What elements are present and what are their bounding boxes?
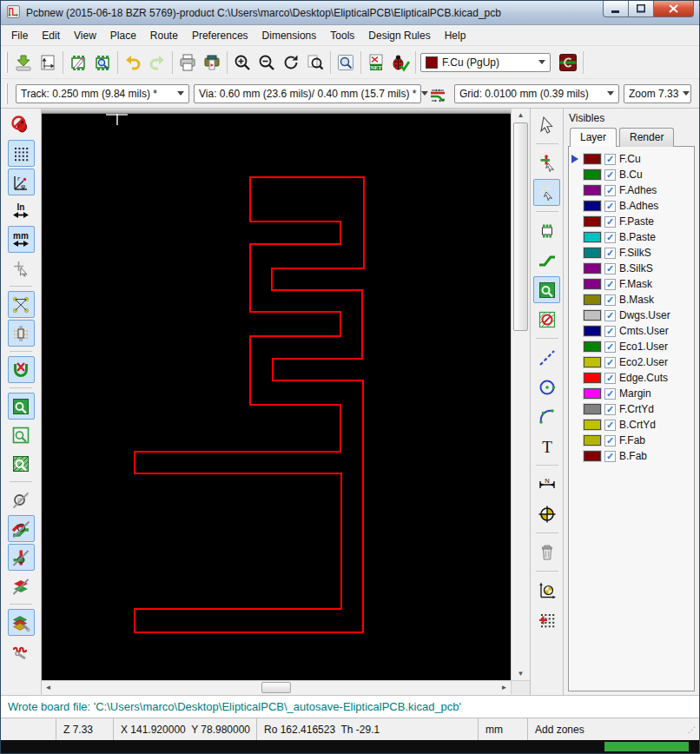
add-track-button[interactable] <box>533 247 560 274</box>
layer-row-dwgs-user[interactable]: ✓Dwgs.User <box>571 308 692 323</box>
layer-visibility-checkbox[interactable]: ✓ <box>604 232 616 243</box>
menu-view[interactable]: View <box>67 26 103 45</box>
tab-render[interactable]: Render <box>619 128 674 147</box>
menu-tools[interactable]: Tools <box>323 26 361 45</box>
layer-row-b-crtyd[interactable]: ✓B.CrtYd <box>571 417 692 433</box>
net-ratsnest-button[interactable] <box>533 179 560 206</box>
layer-color-swatch[interactable] <box>584 201 601 211</box>
layer-visibility-checkbox[interactable]: ✓ <box>604 279 616 290</box>
drc-check-button[interactable] <box>388 50 413 75</box>
menu-preferences[interactable]: Preferences <box>185 26 255 45</box>
grid-visible-button[interactable] <box>8 140 35 167</box>
vertical-scroll-thumb[interactable] <box>513 122 528 331</box>
track-autodelete-button[interactable] <box>8 356 35 383</box>
layers-manager-button[interactable] <box>8 609 35 636</box>
layer-color-swatch[interactable] <box>584 310 601 321</box>
layer-visibility-checkbox[interactable]: ✓ <box>604 404 616 415</box>
tracks-sketch-button[interactable] <box>8 515 35 542</box>
layer-visibility-checkbox[interactable]: ✓ <box>604 201 616 212</box>
layer-color-swatch[interactable] <box>584 248 601 258</box>
menu-place[interactable]: Place <box>103 26 143 45</box>
scroll-down-arrow[interactable]: ▼ <box>512 667 530 680</box>
ratsnest-all-button[interactable] <box>8 291 35 318</box>
resize-grip[interactable]: ⋰ <box>688 725 697 734</box>
add-arc-button[interactable] <box>533 403 560 430</box>
tab-layer[interactable]: Layer <box>570 128 617 147</box>
scroll-up-arrow[interactable]: ▲ <box>512 109 530 122</box>
high-contrast-button[interactable] <box>8 572 35 599</box>
menu-edit[interactable]: Edit <box>35 26 67 45</box>
print-button[interactable] <box>175 50 200 75</box>
layer-color-swatch[interactable] <box>584 435 601 446</box>
add-zone-button[interactable] <box>533 276 560 303</box>
undo-button[interactable] <box>121 50 145 75</box>
layer-row-f-fab[interactable]: ✓F.Fab <box>571 433 692 448</box>
save-button[interactable] <box>11 50 36 75</box>
layer-visibility-checkbox[interactable]: ✓ <box>604 154 616 165</box>
layer-color-swatch[interactable] <box>584 373 601 383</box>
layer-visibility-checkbox[interactable]: ✓ <box>604 263 616 274</box>
add-graphic-line-button[interactable] <box>533 344 560 371</box>
vertical-scrollbar[interactable]: ▲ ▼ <box>511 109 530 680</box>
module-editor-button[interactable] <box>66 50 90 75</box>
minimize-button[interactable] <box>603 1 629 17</box>
layer-row-b-cu[interactable]: ✓B.Cu <box>571 167 692 182</box>
horizontal-scrollbar[interactable]: ◄ ► <box>42 680 511 694</box>
layer-visibility-checkbox[interactable]: ✓ <box>604 451 616 462</box>
vias-sketch-button[interactable] <box>8 544 35 571</box>
zones-filled-button[interactable] <box>8 393 35 420</box>
microwave-tools-button[interactable] <box>8 638 35 665</box>
layer-color-swatch[interactable] <box>584 357 601 367</box>
layer-visibility-checkbox[interactable]: ✓ <box>604 216 616 228</box>
layer-color-swatch[interactable] <box>584 216 601 227</box>
layer-visibility-checkbox[interactable]: ✓ <box>604 435 616 446</box>
close-button[interactable] <box>654 1 694 17</box>
scroll-right-arrow[interactable]: ► <box>498 681 511 694</box>
delete-item-button[interactable] <box>533 539 560 566</box>
layer-visibility-checkbox[interactable]: ✓ <box>604 373 616 384</box>
layer-visibility-checkbox[interactable]: ✓ <box>604 388 616 400</box>
zoom-out-button[interactable] <box>254 50 279 75</box>
maximize-button[interactable] <box>629 1 654 17</box>
zoom-in-button[interactable] <box>230 50 254 75</box>
cursor-shape-button[interactable] <box>8 255 35 281</box>
active-layer-select[interactable]: F.Cu (PgUp) <box>420 53 551 72</box>
layer-visibility-checkbox[interactable]: ✓ <box>604 169 616 181</box>
menu-route[interactable]: Route <box>143 26 185 45</box>
pads-sketch-button[interactable] <box>8 486 35 513</box>
layer-color-swatch[interactable] <box>584 451 601 461</box>
sheet-settings-button[interactable] <box>36 50 60 75</box>
layer-row-cmts-user[interactable]: ✓Cmts.User <box>571 323 692 339</box>
layer-visibility-checkbox[interactable]: ✓ <box>604 310 616 321</box>
add-circle-button[interactable] <box>533 374 560 400</box>
add-dimension-button[interactable]: N <box>533 471 560 498</box>
menu-dimensions[interactable]: Dimensions <box>255 26 324 45</box>
layer-color-swatch[interactable] <box>584 326 601 336</box>
layer-visibility-checkbox[interactable]: ✓ <box>604 357 616 368</box>
redo-button[interactable] <box>145 50 169 75</box>
horizontal-scroll-thumb[interactable] <box>261 682 291 693</box>
zones-outline-button[interactable] <box>8 421 35 448</box>
layer-row-b-silks[interactable]: ✓B.SilkS <box>571 261 692 276</box>
units-mm-button[interactable]: mm <box>8 226 35 253</box>
layer-visibility-checkbox[interactable]: ✓ <box>604 420 616 431</box>
module-find-button[interactable] <box>90 50 115 75</box>
layer-row-edge-cuts[interactable]: ✓Edge.Cuts <box>571 370 692 386</box>
layer-row-b-paste[interactable]: ✓B.Paste <box>571 229 692 245</box>
layer-mode-button[interactable] <box>556 50 580 75</box>
layer-color-swatch[interactable] <box>584 154 601 164</box>
add-text-button[interactable]: T <box>533 433 560 460</box>
drc-off-button[interactable] <box>8 111 35 138</box>
find-button[interactable] <box>333 50 358 75</box>
layer-row-b-mask[interactable]: ✓B.Mask <box>571 292 692 308</box>
layer-visibility-checkbox[interactable]: ✓ <box>604 341 616 353</box>
plot-button[interactable] <box>200 50 224 75</box>
layer-color-swatch[interactable] <box>584 232 601 242</box>
track-width-select[interactable]: Track: 0.250 mm (9.84 mils) * <box>16 84 189 103</box>
layer-visibility-checkbox[interactable]: ✓ <box>604 294 616 306</box>
add-keepout-button[interactable] <box>533 306 560 333</box>
layer-color-swatch[interactable] <box>584 169 601 180</box>
netlist-button[interactable]: NET <box>364 50 388 75</box>
menu-file[interactable]: File <box>4 26 35 45</box>
units-inch-button[interactable]: In <box>8 197 35 224</box>
